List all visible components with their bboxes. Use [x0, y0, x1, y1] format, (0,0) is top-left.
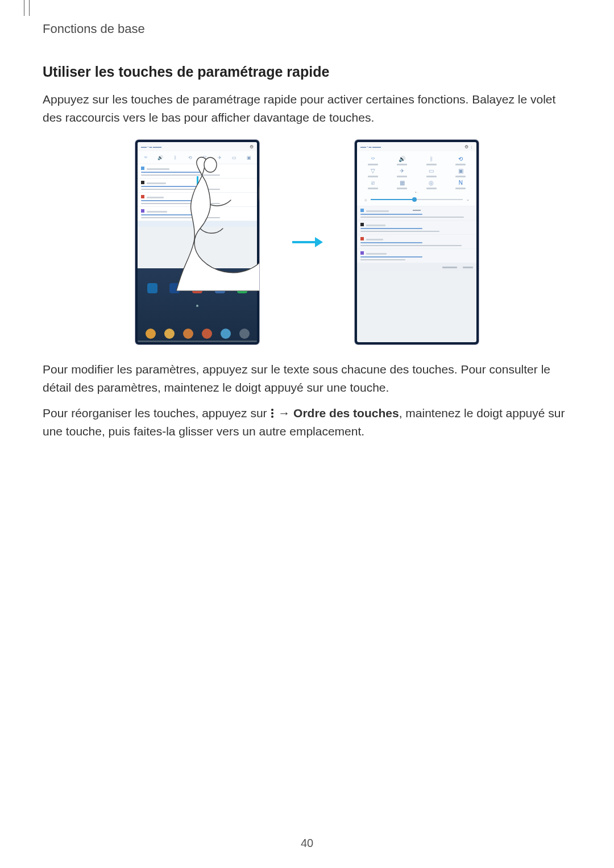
perf-icon: ▣	[458, 167, 463, 175]
sound-icon: 🔊	[156, 153, 164, 161]
figure-device-right: ▬▬ ▪ ▬ ▬▬▬ ⚙ ⋮ ⌔ 🔊 ᛒ ⟲ ▽ ✈ ▭ ▣	[355, 140, 479, 344]
bluetooth-icon: ᛒ	[430, 155, 433, 163]
arrow-right-icon	[291, 235, 323, 249]
cast-icon: ⎚	[371, 178, 375, 186]
more-icon: ⋮	[470, 146, 473, 149]
quick-settings-grid: ⌔ 🔊 ᛒ ⟲ ▽ ✈ ▭ ▣ ⎚ ▦ ◎ N	[357, 151, 476, 206]
rotate-icon: ⟲	[458, 155, 463, 163]
quick-settings-row: ⌔ 🔊 ᛒ ⟲ ▽ ✈ ▭ ▣	[138, 151, 257, 164]
location-icon: ◎	[429, 178, 434, 186]
swipe-down-indicator	[197, 176, 198, 197]
page-number: 40	[0, 837, 614, 850]
notification-list	[357, 206, 476, 271]
hotspot-icon: ▦	[400, 178, 405, 186]
powersave-icon: ▭	[230, 153, 238, 161]
running-header: Fonctions de base	[43, 22, 145, 36]
wifi-icon: ⌔	[142, 153, 150, 161]
figure-device-left: ▬▬ ▪ ▬ ▬▬▬ ⚙ ⌔ 🔊 ᛒ ⟲ ▽ ✈ ▭ ▣	[135, 140, 259, 344]
chevron-down-icon: ⌄	[466, 197, 470, 202]
brightness-slider: ☼ ⌄	[358, 195, 475, 203]
powersave-icon: ▭	[429, 167, 434, 175]
brightness-icon: ☼	[364, 198, 367, 202]
section-title: Utiliser les touches de paramétrage rapi…	[43, 64, 571, 80]
extra-icon: ▣	[245, 153, 253, 161]
sound-icon: 🔊	[399, 155, 405, 163]
status-bar: ▬▬ ▪ ▬ ▬▬▬ ⚙	[138, 142, 257, 151]
gear-icon: ⚙	[464, 144, 468, 149]
airplane-icon: ✈	[215, 153, 223, 161]
bluetooth-icon: ᛒ	[171, 153, 179, 161]
more-options-icon	[271, 409, 273, 418]
flashlight-icon: ▽	[371, 167, 375, 175]
gear-icon: ⚙	[250, 144, 254, 149]
wifi-icon: ⌔	[371, 155, 375, 163]
intro-paragraph: Appuyez sur les touches de paramétrage r…	[43, 90, 571, 126]
status-bar: ▬▬ ▪ ▬ ▬▬▬ ⚙ ⋮	[357, 142, 476, 151]
paragraph-modify: Pour modifier les paramètres, appuyez su…	[43, 360, 571, 396]
flashlight-icon: ▽	[201, 153, 209, 161]
paragraph-reorder: Pour réorganiser les touches, appuyez su…	[43, 404, 571, 440]
svg-marker-2	[315, 237, 323, 247]
page-tab-marker	[24, 0, 30, 16]
airplane-icon: ✈	[400, 167, 404, 175]
figure-row: ▬▬ ▪ ▬ ▬▬▬ ⚙ ⌔ 🔊 ᛒ ⟲ ▽ ✈ ▭ ▣	[43, 140, 571, 344]
n-icon: N	[459, 178, 463, 186]
rotate-icon: ⟲	[186, 153, 194, 161]
